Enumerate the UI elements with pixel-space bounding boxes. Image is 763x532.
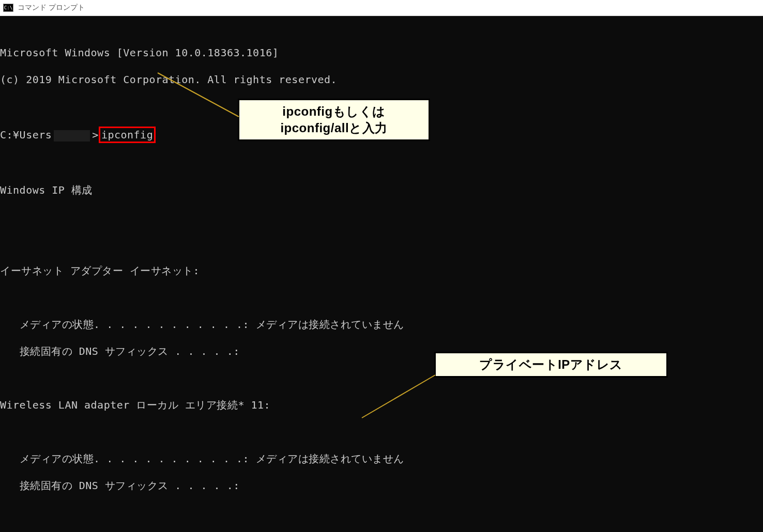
terminal-area[interactable]: Microsoft Windows [Version 10.0.18363.10… [0,16,763,532]
annotation-ipconfig-line2: ipconfig/allと入力 [249,120,419,136]
ethernet-header: イーサネット アダプター イーサネット: [0,264,763,277]
cmd-icon: C:\ [3,4,13,12]
command-text: ipconfig [101,129,153,141]
title-bar: C:\ コマンド プロンプト [0,0,763,16]
command-highlight: ipconfig [99,127,156,143]
redacted-username [54,130,90,142]
eth-media-state: メディアの状態. . . . . . . . . . . .: メディアは接続さ… [0,318,763,331]
annotation-private-ip: プライベートIPアドレス [434,352,668,378]
wlan11-header: Wireless LAN adapter ローカル エリア接続* 11: [0,398,763,412]
prompt-caret: > [92,129,99,141]
prompt-path: C:¥Users [0,129,52,141]
window-title: コマンド プロンプト [18,3,85,12]
wlan11-dns-suffix: 接続固有の DNS サフィックス . . . . .: [0,479,763,492]
ip-config-title: Windows IP 構成 [0,183,763,197]
annotation-private-ip-text: プライベートIPアドレス [479,357,623,371]
annotation-ipconfig: ipconfigもしくは ipconfig/allと入力 [238,99,430,141]
copyright-line: (c) 2019 Microsoft Corporation. All righ… [0,73,763,86]
wlan11-media-state: メディアの状態. . . . . . . . . . . .: メディアは接続さ… [0,452,763,465]
version-line: Microsoft Windows [Version 10.0.18363.10… [0,46,763,59]
annotation-ipconfig-line1: ipconfigもしくは [249,103,419,120]
